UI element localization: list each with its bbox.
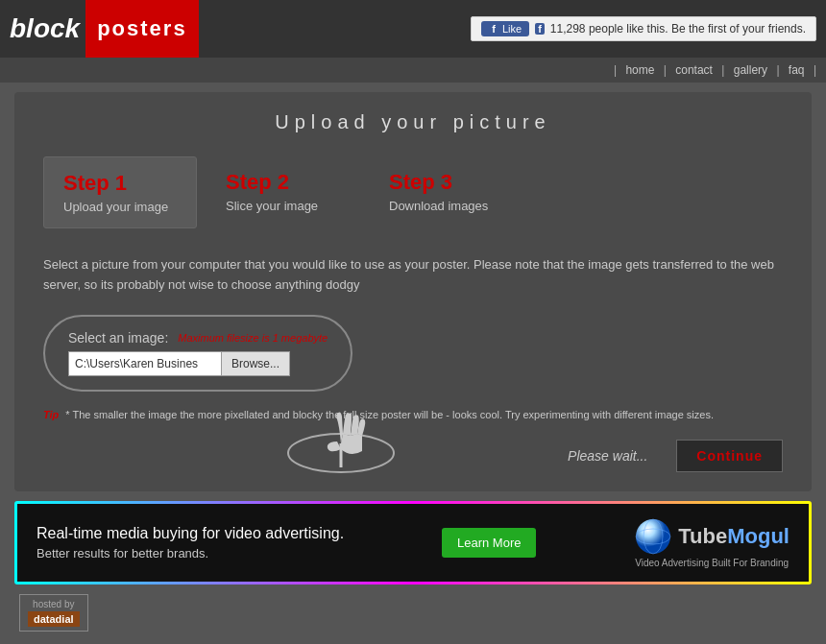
header: block posters f Like f 11,298 people lik…: [0, 0, 826, 58]
step-2-number: Step 2: [226, 170, 341, 195]
step-2-label: Slice your image: [226, 199, 341, 213]
select-image-row: Select an image: Maximum filesize is 1 m…: [68, 330, 328, 346]
ad-inner: Real-time media buying for video adverti…: [17, 504, 809, 582]
file-path-input[interactable]: [68, 351, 222, 376]
tubemogul-tagline: Video Advertising Built For Branding: [635, 558, 789, 568]
step-3-label: Download images: [389, 199, 504, 213]
learn-more-button[interactable]: Learn More: [442, 528, 536, 558]
fb-f-icon: f: [535, 23, 545, 35]
step-3-number: Step 3: [389, 170, 504, 195]
select-image-section: Select an image: Maximum filesize is 1 m…: [43, 315, 352, 392]
footer: hosted by datadial: [19, 594, 826, 632]
action-row: Please wait... Continue: [43, 440, 783, 472]
tubemogul-icon: [634, 517, 672, 556]
fb-like-button[interactable]: f Like: [481, 21, 529, 36]
ad-right: TubeMogul Video Advertising Built For Br…: [634, 517, 790, 568]
logo-posters: posters: [85, 0, 198, 58]
logo-block-text: block: [10, 13, 80, 44]
nav-home[interactable]: home: [625, 63, 654, 77]
datadial-badge: datadial: [28, 611, 80, 627]
step-1-box: Step 1 Upload your image: [43, 156, 197, 228]
ad-wrapper: Real-time media buying for video adverti…: [14, 501, 812, 584]
pointing-hand-icon: [283, 400, 399, 477]
select-image-label: Select an image:: [68, 330, 168, 346]
facebook-bar: f Like f 11,298 people like this. Be the…: [471, 16, 816, 41]
tip-row: Tip * The smaller the image the more pix…: [43, 409, 783, 420]
step-1-label: Upload your image: [63, 200, 177, 214]
fb-like-label: Like: [502, 23, 522, 35]
fb-count-text: 11,298 people like this. Be the first of…: [550, 22, 806, 36]
page-title: Upload your picture: [43, 111, 783, 133]
step-1-number: Step 1: [63, 171, 177, 196]
main-content: Upload your picture Step 1 Upload your i…: [14, 92, 812, 491]
nav-bar: | home | contact | gallery | faq |: [0, 58, 826, 83]
file-input-row: Browse...: [68, 351, 328, 376]
tubemogul-name: TubeMogul: [678, 524, 790, 549]
tip-label: Tip: [43, 409, 59, 420]
filesize-note: Maximum filesize is 1 megabyte: [178, 332, 328, 344]
step-2-box: Step 2 Slice your image: [206, 156, 360, 228]
tubemogul-logo: TubeMogul: [634, 517, 790, 556]
step-3-box: Step 3 Download images: [370, 156, 523, 228]
continue-button[interactable]: Continue: [676, 440, 783, 472]
hosted-by-text: hosted by: [28, 599, 80, 609]
ad-left: Real-time media buying for video adverti…: [36, 525, 344, 561]
description: Select a picture from your computer that…: [43, 255, 783, 296]
nav-gallery[interactable]: gallery: [734, 63, 767, 77]
please-wait-text: Please wait...: [568, 448, 647, 464]
fb-icon: f: [489, 23, 498, 35]
ad-subtitle: Better results for better brands.: [36, 546, 344, 561]
svg-point-2: [636, 519, 670, 554]
ad-title: Real-time media buying for video adverti…: [36, 525, 344, 542]
nav-faq[interactable]: faq: [789, 63, 805, 77]
logo-posters-text: posters: [97, 16, 186, 41]
logo-area: block posters: [0, 0, 199, 58]
nav-contact[interactable]: contact: [675, 63, 713, 77]
hosted-by-box: hosted by datadial: [19, 594, 88, 632]
browse-button[interactable]: Browse...: [222, 351, 290, 376]
steps-container: Step 1 Upload your image Step 2 Slice yo…: [43, 156, 783, 228]
logo-block: block: [0, 0, 85, 58]
